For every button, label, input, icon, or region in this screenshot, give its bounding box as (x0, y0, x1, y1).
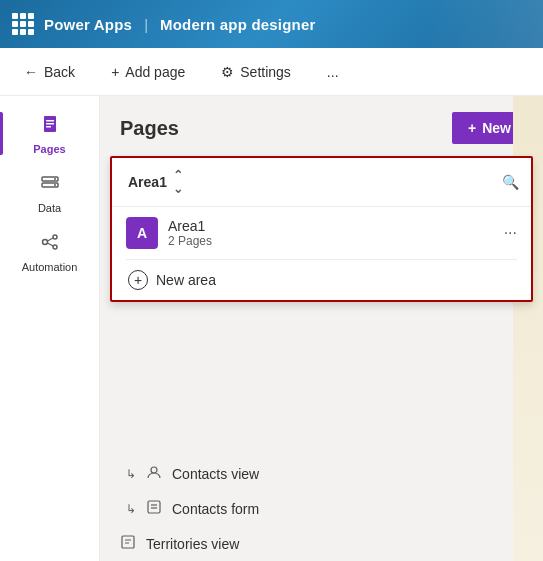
svg-point-8 (42, 240, 47, 245)
title-separator: | (144, 16, 148, 33)
gear-icon: ⚙ (221, 64, 234, 80)
indent-icon: ↳ (126, 467, 136, 481)
svg-line-11 (47, 238, 53, 241)
new-button-label: New (482, 120, 511, 136)
content-area: Pages + New Area1 ⌃⌄ 🔍 A Area1 (100, 96, 543, 561)
contacts-form-icon (146, 499, 162, 518)
area-info: Area1 2 Pages (168, 218, 494, 248)
pages-list: ↳ Contacts view ↳ (116, 456, 527, 561)
svg-line-12 (47, 243, 53, 246)
page-item-contacts-view[interactable]: ↳ Contacts view (116, 456, 527, 491)
page-item-territories-view[interactable]: Territories view (116, 526, 527, 561)
settings-label: Settings (240, 64, 291, 80)
app-name: Power Apps (44, 16, 132, 33)
svg-rect-3 (46, 126, 51, 128)
contacts-view-icon (146, 464, 162, 483)
area-name-text: Area1 (128, 174, 167, 190)
area-dropdown-panel: Area1 ⌃⌄ 🔍 A Area1 2 Pages ··· + (110, 156, 533, 302)
sidebar-item-data[interactable]: Data (0, 163, 99, 222)
search-icon[interactable]: 🔍 (502, 174, 519, 190)
top-bar: Power Apps | Modern app designer (0, 0, 543, 48)
area-more-icon[interactable]: ··· (504, 224, 517, 242)
app-subtitle: Modern app designer (160, 16, 316, 33)
contacts-view-label: Contacts view (172, 466, 259, 482)
data-icon (40, 173, 60, 198)
sidebar-item-automation[interactable]: Automation (0, 222, 99, 281)
data-label: Data (38, 202, 61, 214)
avatar-letter: A (137, 225, 147, 241)
indent-icon-2: ↳ (126, 502, 136, 516)
automation-icon (40, 232, 60, 257)
area-pages-count: 2 Pages (168, 234, 494, 248)
new-area-button[interactable]: + New area (112, 260, 531, 300)
svg-rect-17 (122, 536, 134, 548)
svg-point-13 (151, 467, 157, 473)
back-arrow-icon: ← (24, 64, 38, 80)
add-page-button[interactable]: + Add page (103, 58, 193, 86)
area-name: Area1 (168, 218, 494, 234)
pages-icon (40, 114, 60, 139)
automation-label: Automation (22, 261, 78, 273)
area-list-item[interactable]: A Area1 2 Pages ··· (112, 207, 531, 259)
pages-label: Pages (33, 143, 65, 155)
add-page-label: Add page (125, 64, 185, 80)
back-button[interactable]: ← Back (16, 58, 83, 86)
toolbar: ← Back + Add page ⚙ Settings ... (0, 48, 543, 96)
sidebar: Pages Data (0, 96, 100, 561)
svg-point-6 (54, 178, 56, 180)
chevron-updown-icon: ⌃⌄ (173, 168, 183, 196)
svg-point-9 (53, 235, 57, 239)
svg-point-10 (53, 245, 57, 249)
territories-icon (120, 534, 136, 553)
main-layout: Pages Data (0, 96, 543, 561)
territories-view-label: Territories view (146, 536, 239, 552)
new-area-label: New area (156, 272, 216, 288)
settings-button[interactable]: ⚙ Settings (213, 58, 299, 86)
add-page-icon: + (111, 64, 119, 80)
more-button[interactable]: ... (319, 58, 347, 86)
svg-rect-14 (148, 501, 160, 513)
svg-rect-1 (46, 120, 54, 122)
page-title: Pages (120, 117, 179, 140)
svg-rect-2 (46, 123, 54, 125)
more-icon: ... (327, 64, 339, 80)
waffle-icon[interactable] (12, 13, 34, 35)
back-label: Back (44, 64, 75, 80)
contacts-form-label: Contacts form (172, 501, 259, 517)
new-plus-icon: + (468, 120, 476, 136)
area-name-header[interactable]: Area1 ⌃⌄ (128, 168, 183, 196)
dropdown-header: Area1 ⌃⌄ 🔍 (112, 158, 531, 207)
pages-header: Pages + New (100, 96, 543, 156)
page-item-contacts-form[interactable]: ↳ Contacts form (116, 491, 527, 526)
sidebar-item-pages[interactable]: Pages (0, 104, 99, 163)
new-area-plus-icon: + (128, 270, 148, 290)
area-avatar: A (126, 217, 158, 249)
svg-point-7 (54, 184, 56, 186)
